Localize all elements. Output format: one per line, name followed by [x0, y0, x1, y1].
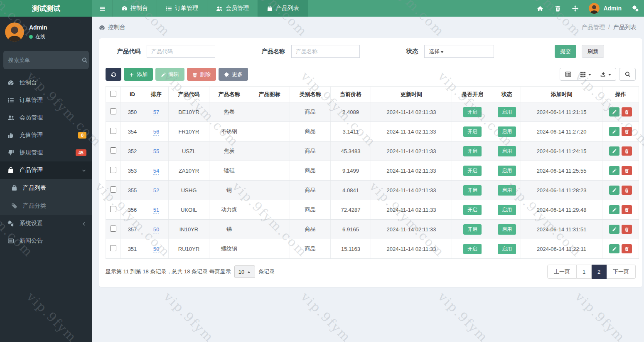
sort-link[interactable]: 51 — [153, 207, 159, 214]
sidebar-item-news[interactable]: 新闻公告 — [0, 232, 92, 250]
nav-tab-members[interactable]: 会员管理 — [207, 0, 258, 17]
navbar-right: Admin — [531, 0, 644, 17]
clear-cache-button[interactable] — [549, 0, 566, 17]
sidebar-item-dashboard[interactable]: 控制台 — [0, 74, 92, 92]
row-checkbox[interactable] — [110, 167, 116, 173]
toggle-detail-view-button[interactable] — [560, 68, 576, 81]
row-checkbox[interactable] — [110, 128, 116, 134]
select-all-checkbox[interactable] — [110, 91, 116, 97]
pagination-page-1[interactable]: 1 — [577, 265, 592, 279]
pencil-icon — [161, 71, 166, 77]
user-menu-button[interactable]: Admin — [584, 3, 627, 14]
sidebar-item-label: 系统设置 — [20, 220, 43, 227]
row-edit-button[interactable] — [609, 205, 619, 214]
row-delete-button[interactable] — [622, 244, 632, 253]
row-edit-button[interactable] — [609, 107, 619, 116]
row-edit-button[interactable] — [609, 244, 619, 253]
breadcrumb-parent[interactable]: 产品管理 — [582, 24, 605, 31]
dashboard-icon — [121, 5, 128, 12]
row-delete-button[interactable] — [622, 146, 632, 156]
sidebar-subitem-product-list[interactable]: 产品列表 — [0, 179, 92, 197]
sidebar-item-label: 订单管理 — [20, 97, 43, 104]
cell-icon — [249, 220, 290, 239]
sidebar-search-input[interactable] — [8, 57, 81, 63]
row-edit-button[interactable] — [609, 127, 619, 136]
row-checkbox[interactable] — [110, 206, 116, 212]
sidebar-toggle-button[interactable] — [92, 0, 112, 17]
table-row: 356 51 UKOIL 动力煤 商品 72.4287 2024-11-14 0… — [106, 200, 639, 220]
sort-link[interactable]: 54 — [153, 168, 159, 175]
product-name-input[interactable] — [291, 45, 360, 58]
cell-updated: 2024-11-14 02:11:33 — [371, 102, 452, 122]
row-edit-button[interactable] — [609, 186, 619, 195]
sidebar-item-products[interactable]: 产品管理 — [0, 161, 92, 179]
row-delete-button[interactable] — [622, 107, 632, 116]
sidebar-user-name: Admin — [29, 24, 47, 31]
pagination-page-2[interactable]: 2 — [592, 265, 607, 279]
sidebar-item-withdraw[interactable]: 提现管理45 — [0, 144, 92, 161]
sidebar-item-members[interactable]: 会员管理 — [0, 109, 92, 126]
col-sort: 排序 — [144, 87, 169, 102]
sidebar-subitem-product-category[interactable]: 产品分类 — [0, 197, 92, 215]
nav-tab-orders[interactable]: 订单管理 — [157, 0, 207, 17]
cell-price: 45.3483 — [331, 141, 371, 161]
add-button[interactable]: 添加 — [124, 68, 153, 81]
delete-button[interactable]: 删除 — [187, 68, 216, 81]
row-delete-button[interactable] — [622, 127, 632, 136]
product-list-panel: 产品代码 产品名称 状态 选择 提交 刷新 — [99, 38, 642, 287]
row-checkbox[interactable] — [110, 226, 116, 232]
pagination-next[interactable]: 下一页 — [607, 265, 636, 279]
cell-name: 动力煤 — [209, 200, 249, 220]
refresh-button[interactable]: 刷新 — [582, 45, 604, 58]
row-checkbox[interactable] — [110, 186, 116, 193]
status-select[interactable]: 选择 — [424, 45, 494, 58]
product-code-input[interactable] — [147, 45, 215, 58]
row-delete-button[interactable] — [622, 186, 632, 195]
cell-updated: 2024-11-14 02:11:33 — [371, 239, 452, 259]
sort-link[interactable]: 56 — [153, 129, 159, 136]
sort-link[interactable]: 50 — [153, 226, 159, 233]
columns-button[interactable] — [576, 68, 596, 81]
nav-tab-dashboard[interactable]: 控制台 — [112, 0, 157, 17]
nav-tab-products[interactable]: 产品列表 — [258, 0, 308, 17]
sidebar-submenu: 产品列表 产品分类 — [0, 179, 92, 215]
col-actions: 操作 — [602, 87, 639, 102]
sort-link[interactable]: 52 — [153, 187, 159, 194]
filter-row: 产品代码 产品名称 状态 选择 提交 刷新 — [106, 45, 636, 58]
edit-button[interactable]: 编辑 — [155, 68, 184, 81]
row-delete-button[interactable] — [622, 166, 632, 175]
submit-button[interactable]: 提交 — [555, 45, 576, 58]
settings-button[interactable] — [627, 0, 644, 17]
more-button[interactable]: 更多 — [219, 68, 248, 81]
row-checkbox[interactable] — [110, 147, 116, 154]
trash-icon — [624, 169, 629, 173]
sort-link[interactable]: 57 — [153, 109, 159, 116]
fullscreen-button[interactable] — [566, 0, 584, 17]
sidebar-menu-bottom: 系统设置 新闻公告 — [0, 215, 92, 250]
table-search-button[interactable] — [619, 68, 636, 81]
export-button[interactable] — [596, 68, 616, 81]
row-delete-button[interactable] — [622, 225, 632, 234]
row-edit-button[interactable] — [609, 166, 619, 175]
sort-link[interactable]: 50 — [153, 246, 159, 253]
cell-price: 4.0841 — [331, 181, 371, 200]
cell-id: 357 — [121, 220, 144, 239]
table-row: 357 50 IN10YR 锑 商品 6.9165 2024-11-14 02:… — [106, 220, 639, 239]
sort-link[interactable]: 55 — [153, 148, 159, 155]
row-edit-button[interactable] — [609, 146, 619, 156]
pagination-prev[interactable]: 上一页 — [547, 265, 577, 279]
home-icon — [537, 5, 543, 12]
row-checkbox[interactable] — [110, 108, 116, 114]
sidebar-item-settings[interactable]: 系统设置 — [0, 215, 92, 232]
row-edit-button[interactable] — [609, 225, 619, 234]
sidebar-item-orders[interactable]: 订单管理 — [0, 92, 92, 109]
row-checkbox[interactable] — [110, 245, 116, 251]
sidebar-item-recharge[interactable]: 充值管理0 — [0, 126, 92, 144]
home-button[interactable] — [531, 0, 549, 17]
row-delete-button[interactable] — [622, 205, 632, 214]
open-badge: 开启 — [463, 126, 482, 137]
page-size-select[interactable]: 10 — [234, 265, 255, 278]
reload-button[interactable] — [106, 68, 121, 81]
status-badge: 启用 — [498, 107, 516, 117]
cell-added: 2024-06-14 11:31:51 — [521, 220, 602, 239]
